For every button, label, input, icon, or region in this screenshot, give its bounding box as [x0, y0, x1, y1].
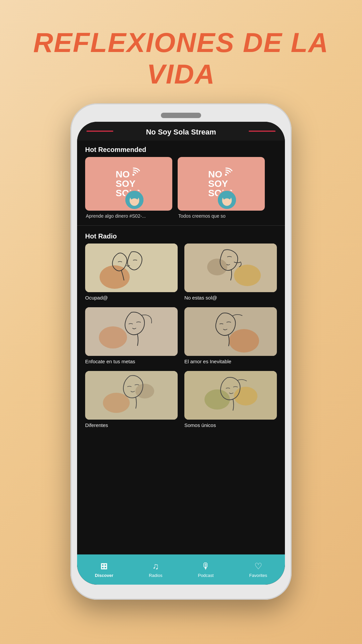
radio-card-title-6: Somos únicos: [184, 422, 277, 428]
podcast-card-title-1: Aprende algo dinero #S02-...: [85, 213, 172, 219]
header-line-left: [86, 131, 113, 132]
app-header: No Soy Sola Stream: [77, 122, 285, 141]
radio-thumb-4: [184, 307, 277, 356]
radio-card-title-4: El amor es Inevitable: [184, 359, 277, 364]
radio-thumb-2: [184, 244, 277, 292]
hot-recommended-list[interactable]: NO SOY SOLA: [77, 157, 285, 225]
svg-point-9: [223, 198, 231, 204]
svg-rect-15: [88, 307, 175, 356]
radio-thumb-3: [85, 307, 178, 356]
svg-point-5: [225, 174, 227, 176]
radio-thumb-6: [184, 371, 277, 420]
svg-rect-10: [88, 244, 175, 292]
podcast-card-1[interactable]: NO SOY SOLA: [85, 157, 172, 219]
svg-rect-22: [187, 371, 274, 420]
avatar-circle-2: [217, 190, 237, 210]
nav-item-favorites[interactable]: ♡ Favorites: [242, 558, 274, 581]
avatar-circle-1: [124, 190, 144, 210]
radio-card-4[interactable]: El amor es Inevitable: [184, 307, 277, 364]
radio-card-title-2: No estas sol@: [184, 295, 277, 301]
svg-point-21: [135, 384, 154, 398]
radio-card-3[interactable]: Enfocate en tus metas: [85, 307, 178, 364]
svg-point-13: [234, 265, 261, 286]
svg-rect-19: [88, 371, 175, 420]
favorites-icon: ♡: [254, 561, 262, 572]
nav-item-discover[interactable]: ⊞ Discover: [88, 558, 120, 581]
podcast-icon: 🎙: [201, 561, 210, 572]
section-divider-1: [77, 225, 285, 226]
nav-item-radios[interactable]: ♫ Radios: [142, 558, 169, 581]
nav-label-podcast: Podcast: [198, 573, 214, 578]
svg-point-16: [99, 326, 127, 348]
wifi-icon-1: [127, 165, 140, 179]
radio-card-title-5: Diferentes: [85, 422, 178, 428]
bottom-nav: ⊞ Discover ♫ Radios 🎙 Podcast ♡ Favorite…: [77, 554, 285, 585]
section-title-hot-recommended: Hot Recommended: [77, 141, 285, 157]
radio-card-title-3: Enfocate en tus metas: [85, 359, 178, 364]
nav-label-discover: Discover: [95, 573, 113, 578]
radio-card-title-1: Ocupad@: [85, 295, 178, 301]
radios-icon: ♫: [152, 561, 159, 572]
svg-point-18: [229, 329, 259, 353]
hot-radio-grid: Ocupad@: [77, 244, 285, 435]
section-title-hot-radio: Hot Radio: [77, 227, 285, 244]
svg-point-4: [131, 198, 138, 204]
podcast-thumb-1: NO SOY SOLA: [85, 157, 172, 211]
radio-card-5[interactable]: Diferentes: [85, 371, 178, 428]
discover-icon: ⊞: [100, 561, 108, 572]
radio-thumb-1: [85, 244, 178, 292]
header-line-right: [249, 131, 276, 132]
podcast-card-2[interactable]: NO SOY SOLA: [178, 157, 265, 219]
radio-card-1[interactable]: Ocupad@: [85, 244, 178, 301]
phone-device: No Soy Sola Stream Hot Recommended NO SO…: [70, 103, 292, 600]
nav-label-radios: Radios: [149, 573, 162, 578]
page-background-title: REFLEXIONES DE LA VIDA: [0, 27, 362, 90]
svg-rect-12: [187, 244, 274, 292]
phone-screen: No Soy Sola Stream Hot Recommended NO SO…: [77, 122, 285, 585]
nss-logo-1: NO SOY SOLA: [109, 160, 148, 207]
nav-item-podcast[interactable]: 🎙 Podcast: [191, 558, 220, 581]
phone-speaker: [161, 113, 201, 118]
svg-point-0: [132, 174, 134, 176]
svg-point-14: [207, 259, 227, 275]
radio-thumb-5: [85, 371, 178, 420]
podcast-thumb-2: NO SOY SOLA: [178, 157, 265, 211]
app-content[interactable]: Hot Recommended NO SOY SOLA: [77, 141, 285, 554]
nss-soy-1: SOY: [116, 179, 135, 189]
nav-label-favorites: Favorites: [249, 573, 267, 578]
wifi-icon-2: [219, 165, 233, 179]
podcast-card-title-2: Todos creemos que so: [178, 213, 265, 219]
app-header-title: No Soy Sola Stream: [146, 128, 216, 137]
radio-card-2[interactable]: No estas sol@: [184, 244, 277, 301]
svg-point-20: [103, 393, 130, 413]
nss-logo-2: NO SOY SOLA: [201, 160, 241, 207]
nss-soy-2: SOY: [208, 179, 228, 189]
radio-card-6[interactable]: Somos únicos: [184, 371, 277, 428]
